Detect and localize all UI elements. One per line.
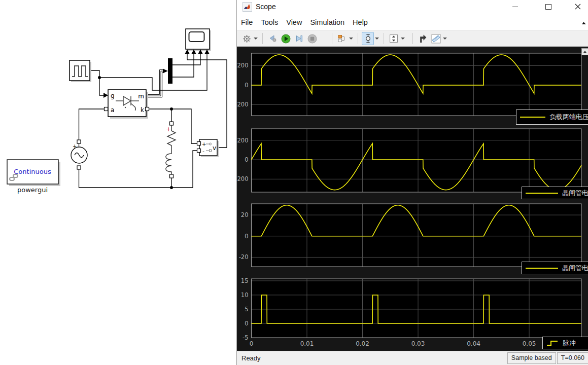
vm-plus-label: + xyxy=(202,141,206,147)
demux-block[interactable] xyxy=(163,58,172,84)
vm-v-label: v xyxy=(213,144,216,152)
vm-minus-port xyxy=(197,149,201,153)
anode-port xyxy=(105,107,108,111)
ac-minus-port xyxy=(77,166,81,169)
trigger-button[interactable] xyxy=(362,32,374,45)
settings-dropdown-caret[interactable] xyxy=(254,38,258,40)
fit-vertical-icon xyxy=(389,34,398,43)
rlc-bottom-port xyxy=(170,174,174,178)
close-icon xyxy=(575,4,581,10)
fit-dropdown-caret[interactable] xyxy=(401,38,405,40)
signal-wires[interactable] xyxy=(79,54,227,188)
axes-background xyxy=(252,279,582,338)
y-tick-label: 0 xyxy=(245,233,248,240)
minimize-button[interactable] xyxy=(507,1,523,12)
settings-gear-button[interactable] xyxy=(240,32,253,45)
measurements-dropdown-caret[interactable] xyxy=(443,38,447,40)
stop-button[interactable] xyxy=(306,32,318,45)
y-tick-label: 200 xyxy=(237,137,249,144)
y-tick-label: 0 xyxy=(245,82,248,89)
inductor-icon xyxy=(166,151,171,174)
voltage-measurement-block[interactable]: + - v xyxy=(197,139,219,157)
gate-input-port xyxy=(103,93,108,98)
legend-load-voltage[interactable]: 负载两端电压 xyxy=(516,110,588,125)
y-tick-label: 15 xyxy=(241,277,249,284)
ac-plus-label: + xyxy=(73,143,77,149)
port-label-g: g xyxy=(111,92,115,99)
thyristor-dot xyxy=(125,107,126,108)
menu-help[interactable]: Help xyxy=(353,18,368,26)
legend-thyristor-voltage[interactable]: 晶闸管电压 xyxy=(522,187,588,199)
rlc-plus-label: + xyxy=(166,126,171,133)
title-bar[interactable]: Scope xyxy=(237,0,588,14)
port-label-m: m xyxy=(138,93,144,100)
maximize-button[interactable] xyxy=(541,1,556,12)
snapshot-dropdown-caret[interactable] xyxy=(349,38,353,40)
fit-to-view-button[interactable] xyxy=(388,32,400,45)
step-forward-icon xyxy=(295,34,303,43)
y-tick-label: -200 xyxy=(237,175,249,182)
axes-background xyxy=(252,53,582,116)
y-tick-label: 20 xyxy=(241,211,249,218)
scope-screen-icon xyxy=(189,32,204,42)
x-tick-label: 0.05 xyxy=(523,340,536,347)
legend-label: 晶闸管电流 xyxy=(562,264,588,273)
ac-plus-port xyxy=(77,140,81,143)
menu-tools[interactable]: Tools xyxy=(261,18,278,26)
legend-line-icon xyxy=(526,193,558,194)
trigger-dropdown-caret[interactable] xyxy=(375,38,379,40)
menu-view[interactable]: View xyxy=(286,18,302,26)
status-bar: Ready Sample based T=0.060 xyxy=(237,351,588,365)
scroll-up-button[interactable] xyxy=(581,48,588,55)
y-tick-label: 0 xyxy=(245,320,248,327)
highlight-signal-button[interactable] xyxy=(417,32,429,45)
gear-icon xyxy=(243,34,251,43)
step-forward-button[interactable] xyxy=(293,32,305,45)
cathode-port xyxy=(146,107,149,111)
scope-block[interactable] xyxy=(185,29,212,54)
scope-plot-area: 2000-2002000-200200-20151050-500.010.020… xyxy=(237,47,588,351)
y-tick-label: 10 xyxy=(241,291,249,299)
vector-wire[interactable] xyxy=(147,70,163,97)
y-tick-label: 0 xyxy=(245,156,248,163)
menu-overflow-arrow-icon[interactable] xyxy=(581,19,586,28)
matlab-scope-icon xyxy=(243,2,252,12)
legend-pulse[interactable]: 脉冲 xyxy=(542,337,588,349)
menu-simulation[interactable]: Simulation xyxy=(310,18,344,26)
status-sim-time: T=0.060 xyxy=(557,352,588,364)
status-ready: Ready xyxy=(237,354,507,362)
simulink-model-canvas[interactable]: g m a k xyxy=(0,0,236,365)
vm-plus-port xyxy=(197,142,201,145)
pulse-generator-block[interactable] xyxy=(70,60,91,82)
legend-thyristor-current[interactable]: 晶闸管电流 xyxy=(522,262,588,274)
rlc-top-port xyxy=(170,122,174,125)
port-label-a: a xyxy=(111,106,114,114)
x-tick-label: 0 xyxy=(250,340,254,347)
measurements-button[interactable] xyxy=(430,32,442,45)
close-button[interactable] xyxy=(570,1,585,12)
run-icon xyxy=(281,34,291,44)
legend-step-icon xyxy=(546,340,559,346)
powergui-label: powergui xyxy=(17,186,48,194)
screen: g m a k xyxy=(0,0,588,365)
y-tick-label: 200 xyxy=(237,62,249,69)
step-back-button[interactable] xyxy=(266,32,279,45)
scope-window: Scope File Tools View Simulation Help xyxy=(236,0,588,365)
axes-background xyxy=(252,129,582,192)
x-tick-label: 0.01 xyxy=(300,340,314,347)
series-rlc-branch-block[interactable]: + xyxy=(166,122,176,178)
simulink-blocks-icon xyxy=(337,34,347,43)
x-tick-label: 0.02 xyxy=(356,340,369,347)
powergui-block[interactable]: Continuous powergui xyxy=(7,160,60,194)
legend-label: 晶闸管电压 xyxy=(562,189,588,198)
vm-minus-label: - xyxy=(202,148,204,155)
stop-icon xyxy=(307,34,317,44)
simulink-snapshot-button[interactable] xyxy=(336,32,348,45)
legend-line-icon xyxy=(520,117,545,118)
menu-file[interactable]: File xyxy=(241,18,253,26)
legend-label: 脉冲 xyxy=(563,339,576,348)
window-title: Scope xyxy=(256,3,276,11)
signal-arrow-icon xyxy=(419,34,427,43)
thyristor-block[interactable]: g m a k xyxy=(103,90,149,119)
run-button[interactable] xyxy=(280,32,292,45)
